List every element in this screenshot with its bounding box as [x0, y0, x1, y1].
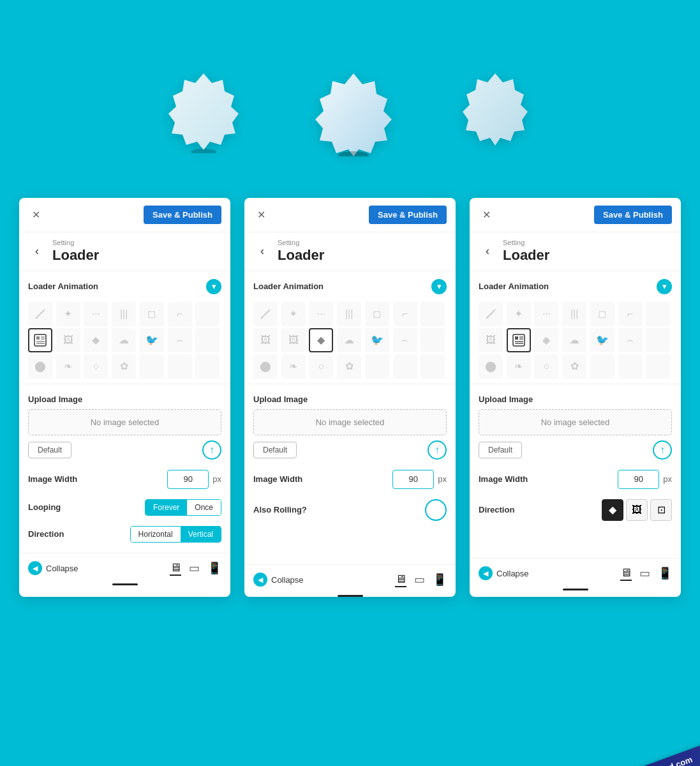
- icon-cell[interactable]: [618, 354, 643, 379]
- icon-cell[interactable]: [28, 302, 52, 326]
- icon-cell[interactable]: ❧: [281, 354, 306, 379]
- panel-3-direction-box-button[interactable]: ⊡: [650, 499, 672, 521]
- mobile-icon[interactable]: 📱: [658, 566, 672, 580]
- icon-cell[interactable]: [421, 354, 445, 379]
- icon-cell[interactable]: ◻: [590, 302, 614, 326]
- icon-cell[interactable]: [479, 302, 503, 326]
- icon-cell[interactable]: [421, 302, 445, 326]
- icon-cell[interactable]: ❧: [56, 354, 80, 379]
- icon-cell[interactable]: ✦: [507, 302, 531, 326]
- panel-3-direction-image-button[interactable]: 🖼: [626, 499, 648, 521]
- panel-1-close-button[interactable]: ✕: [28, 207, 43, 223]
- tablet-icon[interactable]: ▭: [414, 573, 425, 587]
- panel-1-upload-icon-button[interactable]: ↑: [202, 440, 221, 460]
- panel-3-upload-icon-button[interactable]: ↑: [653, 440, 672, 460]
- icon-cell[interactable]: [646, 328, 670, 352]
- panel-3-default-button[interactable]: Default: [479, 442, 522, 458]
- icon-cell[interactable]: |||: [112, 302, 136, 326]
- icon-cell[interactable]: ❧: [507, 354, 531, 379]
- icon-cell[interactable]: 🐦: [140, 328, 164, 352]
- icon-cell-active[interactable]: [507, 328, 531, 352]
- icon-cell-active[interactable]: [28, 328, 52, 352]
- icon-cell[interactable]: ⬤: [28, 354, 52, 379]
- icon-cell[interactable]: 🐦: [590, 328, 614, 352]
- panel-1-chevron-icon[interactable]: ▾: [206, 279, 221, 294]
- desktop-icon[interactable]: 🖥: [170, 561, 181, 576]
- desktop-icon[interactable]: 🖥: [620, 566, 632, 581]
- icon-cell[interactable]: 🖼: [479, 328, 503, 352]
- icon-cell[interactable]: [195, 328, 220, 352]
- icon-cell[interactable]: ☁: [562, 328, 586, 352]
- panel-3-chevron-icon[interactable]: ▾: [657, 279, 672, 294]
- panel-1-default-button[interactable]: Default: [28, 442, 71, 458]
- panel-1-collapse-button[interactable]: ◀ Collapse: [28, 561, 78, 575]
- icon-cell[interactable]: ⌢: [618, 328, 643, 352]
- icon-cell[interactable]: ⌢: [393, 328, 417, 352]
- tablet-icon[interactable]: ▭: [189, 561, 200, 575]
- icon-cell[interactable]: ···: [309, 302, 333, 326]
- icon-cell[interactable]: [253, 302, 278, 326]
- icon-cell[interactable]: ⌢: [168, 328, 192, 352]
- desktop-icon[interactable]: 🖥: [395, 573, 406, 587]
- icon-cell[interactable]: ⌐: [168, 302, 192, 326]
- panel-1-image-width-input[interactable]: [167, 470, 209, 489]
- panel-2-save-button[interactable]: Save & Publish: [369, 206, 447, 224]
- panel-1-looping-once-button[interactable]: Once: [187, 500, 221, 515]
- panel-2-upload-icon-button[interactable]: ↑: [428, 440, 447, 460]
- icon-cell[interactable]: ✦: [281, 302, 306, 326]
- icon-cell[interactable]: [393, 354, 417, 379]
- icon-cell[interactable]: [168, 354, 192, 379]
- panel-1-no-image[interactable]: No image selected: [28, 409, 221, 435]
- icon-cell[interactable]: [646, 354, 670, 379]
- panel-2-chevron-icon[interactable]: ▾: [431, 279, 447, 294]
- panel-3-image-width-input[interactable]: [618, 470, 659, 489]
- icon-cell[interactable]: 🐦: [365, 328, 389, 352]
- panel-2-close-button[interactable]: ✕: [253, 207, 269, 223]
- panel-3-save-button[interactable]: Save & Publish: [594, 206, 672, 224]
- panel-2-back-button[interactable]: ‹: [253, 243, 271, 260]
- icon-cell[interactable]: ☁: [112, 328, 136, 352]
- panel-1-save-button[interactable]: Save & Publish: [144, 206, 221, 224]
- panel-2-rolling-toggle[interactable]: [425, 499, 447, 521]
- mobile-icon[interactable]: 📱: [207, 561, 221, 575]
- mobile-icon[interactable]: 📱: [433, 573, 447, 587]
- icon-cell[interactable]: [590, 354, 614, 379]
- icon-cell[interactable]: [195, 354, 220, 379]
- panel-1-direction-vertical-button[interactable]: Vertical: [181, 527, 221, 542]
- icon-cell[interactable]: ✿: [112, 354, 136, 379]
- icon-cell[interactable]: ☁: [337, 328, 361, 352]
- tablet-icon[interactable]: ▭: [639, 566, 650, 580]
- icon-cell-active[interactable]: ◆: [309, 328, 333, 352]
- icon-cell[interactable]: ⌐: [618, 302, 643, 326]
- panel-2-default-button[interactable]: Default: [253, 442, 297, 458]
- icon-cell[interactable]: ○: [84, 354, 108, 379]
- icon-cell[interactable]: |||: [562, 302, 586, 326]
- icon-cell[interactable]: 🖼: [281, 328, 306, 352]
- icon-cell[interactable]: ○: [309, 354, 333, 379]
- icon-cell[interactable]: ✿: [562, 354, 586, 379]
- panel-3-back-button[interactable]: ‹: [479, 243, 496, 260]
- icon-cell[interactable]: ⬤: [479, 354, 503, 379]
- panel-1-direction-horizontal-button[interactable]: Horizontal: [131, 527, 181, 542]
- icon-cell[interactable]: ○: [534, 354, 558, 379]
- panel-1-looping-forever-button[interactable]: Forever: [145, 500, 187, 515]
- panel-3-collapse-button[interactable]: ◀ Collapse: [479, 566, 529, 580]
- icon-cell[interactable]: [195, 302, 220, 326]
- icon-cell[interactable]: ✿: [337, 354, 361, 379]
- icon-cell[interactable]: ◆: [534, 328, 558, 352]
- icon-cell[interactable]: [365, 354, 389, 379]
- icon-cell[interactable]: ✦: [56, 302, 80, 326]
- panel-3-close-button[interactable]: ✕: [479, 207, 494, 223]
- panel-3-no-image[interactable]: No image selected: [479, 409, 672, 435]
- panel-2-collapse-button[interactable]: ◀ Collapse: [253, 573, 304, 587]
- icon-cell[interactable]: 🖼: [56, 328, 80, 352]
- panel-2-image-width-input[interactable]: [392, 470, 434, 489]
- icon-cell[interactable]: ◆: [84, 328, 108, 352]
- icon-cell[interactable]: ···: [534, 302, 558, 326]
- icon-cell[interactable]: ⬤: [253, 354, 278, 379]
- icon-cell[interactable]: ⌐: [393, 302, 417, 326]
- icon-cell[interactable]: [140, 354, 164, 379]
- panel-1-back-button[interactable]: ‹: [28, 243, 46, 260]
- icon-cell[interactable]: ···: [84, 302, 108, 326]
- icon-cell[interactable]: ◻: [365, 302, 389, 326]
